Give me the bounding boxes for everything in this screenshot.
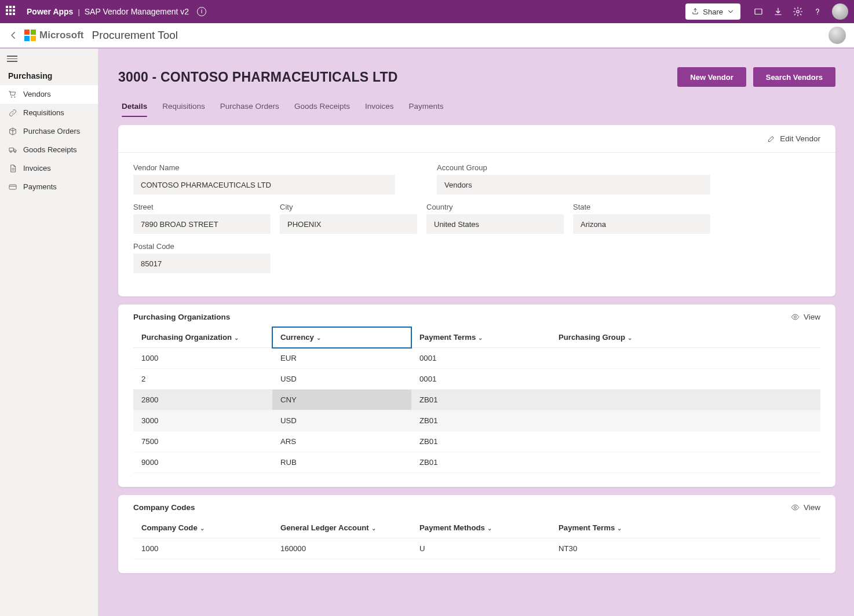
sidebar-item-payments[interactable]: Payments [0,178,98,196]
tab-details[interactable]: Details [122,98,147,117]
sidebar-item-purchase-orders[interactable]: Purchase Orders [0,122,98,141]
chevron-down-icon: ⌄ [234,335,239,341]
tabs: Details Requisitions Purchase Orders Goo… [118,93,835,117]
view-label: View [804,313,820,321]
field-postal-code: 85017 [133,254,271,273]
col-purchasing-org[interactable]: Purchasing Organization⌄ [133,327,272,348]
truck-icon [8,145,17,155]
info-icon[interactable]: i [197,7,206,16]
label-city: City [280,203,417,211]
chevron-down-icon: ⌄ [478,335,483,341]
col-gla[interactable]: General Ledger Account⌄ [272,518,411,538]
label-state: State [573,203,710,211]
card-icon [8,182,17,192]
tab-payments[interactable]: Payments [408,98,443,117]
chevron-down-icon: ⌄ [371,525,376,531]
field-city: PHOENIX [280,214,417,234]
chevron-down-icon: ⌄ [617,525,622,531]
col-payment-terms[interactable]: Payment Terms⌄ [411,327,550,348]
svg-point-1 [797,10,800,13]
table-row[interactable]: 9000RUBZB01 [133,452,820,473]
sidebar-item-label: Purchase Orders [23,127,80,135]
field-street: 7890 BROAD STREET [133,214,271,234]
company-codes-table: Company Code⌄ General Ledger Account⌄ Pa… [133,518,820,559]
waffle-icon[interactable] [6,6,17,17]
label-country: Country [426,203,564,211]
share-button[interactable]: Share [685,3,740,20]
purchasing-orgs-view-button[interactable]: View [791,313,820,321]
sidebar-item-label: Vendors [23,90,51,98]
tool-title: Procurement Tool [92,29,178,42]
col-currency[interactable]: Currency⌄ [272,327,411,348]
cart-icon [8,90,17,99]
sidebar-item-vendors[interactable]: Vendors [0,85,98,104]
sidebar-item-label: Goods Receipts [23,145,77,154]
sidebar-item-goods-receipts[interactable]: Goods Receipts [0,141,98,159]
label-postal-code: Postal Code [133,242,271,251]
sidebar-item-label: Requisitions [23,108,64,117]
tab-purchase-orders[interactable]: Purchase Orders [220,98,279,117]
app-name-label: SAP Vendor Management v2 [85,7,189,16]
edit-vendor-button[interactable]: Edit Vendor [767,134,820,143]
brand-label: Power Apps [27,7,73,16]
col-purchasing-group[interactable]: Purchasing Group⌄ [550,327,820,348]
svg-rect-0 [755,9,762,14]
details-card: Edit Vendor Vendor Name CONTOSO PHARMACE… [118,125,835,296]
package-icon [8,127,17,136]
purchasing-orgs-title: Purchasing Organizations [133,313,230,321]
share-label: Share [703,8,723,16]
download-icon[interactable] [768,0,788,23]
tab-invoices[interactable]: Invoices [365,98,394,117]
sidebar-item-invoices[interactable]: Invoices [0,159,98,178]
field-state: Arizona [573,214,710,234]
field-country: United States [426,214,564,234]
svg-point-3 [794,316,797,318]
hamburger-button[interactable] [0,53,98,68]
eye-icon [791,313,800,321]
col-payment-terms-cc[interactable]: Payment Terms⌄ [550,518,820,538]
table-row[interactable]: 2USD0001 [133,369,820,390]
view-label: View [804,503,820,512]
col-company-code[interactable]: Company Code⌄ [133,518,272,538]
fit-screen-icon[interactable] [749,0,768,23]
label-account-group: Account Group [437,163,710,172]
user-avatar-sub[interactable] [829,27,846,44]
table-row[interactable]: 2800CNYZB01 [133,390,820,410]
purchasing-orgs-table: Purchasing Organization⌄ Currency⌄ Payme… [133,327,820,473]
content-scroll-area[interactable]: 3000 - CONTOSO PHARMACEUTICALS LTD New V… [98,49,854,616]
app-topbar: Power Apps | SAP Vendor Management v2 i … [0,0,854,23]
sidebar-item-label: Payments [23,182,57,191]
tab-goods-receipts[interactable]: Goods Receipts [294,98,350,117]
eye-icon [791,503,800,512]
chevron-down-icon: ⌄ [627,335,632,341]
label-vendor-name: Vendor Name [133,163,395,172]
search-vendors-button[interactable]: Search Vendors [753,67,835,87]
user-avatar-top[interactable] [832,3,848,20]
back-icon[interactable] [8,30,19,41]
table-row[interactable]: 1000160000UNT30 [133,538,820,559]
share-icon [691,8,699,16]
field-account-group: Vendors [437,175,710,195]
microsoft-label: Microsoft [39,30,84,41]
chevron-down-icon [727,8,735,16]
microsoft-logo-icon [24,30,36,41]
new-vendor-button[interactable]: New Vendor [677,67,746,87]
table-row[interactable]: 7500ARSZB01 [133,431,820,452]
chevron-down-icon: ⌄ [316,335,321,341]
chevron-down-icon: ⌄ [200,525,205,531]
settings-icon[interactable] [788,0,808,23]
table-row[interactable]: 3000USDZB01 [133,410,820,431]
help-icon[interactable] [808,0,827,23]
pencil-icon [767,134,776,143]
sidebar-section-purchasing: Purchasing [0,68,98,85]
company-codes-title: Company Codes [133,503,195,512]
brand-divider: | [78,8,79,16]
col-payment-methods[interactable]: Payment Methods⌄ [411,518,550,538]
purchasing-orgs-card: Purchasing Organizations View Purchasing… [118,305,835,487]
company-codes-view-button[interactable]: View [791,503,820,512]
company-codes-card: Company Codes View Company Code⌄ General… [118,495,835,573]
sidebar-item-label: Invoices [23,164,51,173]
tab-requisitions[interactable]: Requisitions [162,98,205,117]
table-row[interactable]: 1000EUR0001 [133,348,820,369]
sidebar-item-requisitions[interactable]: Requisitions [0,104,98,122]
